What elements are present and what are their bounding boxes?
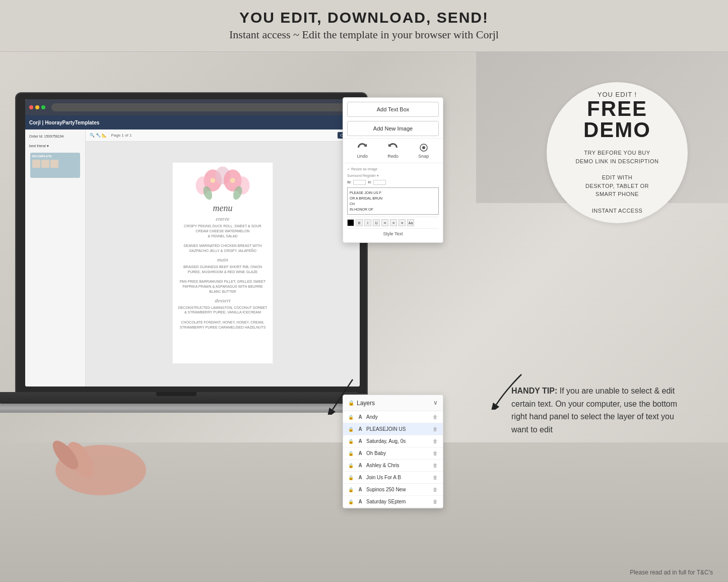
layers-lock-icon: 🔒: [348, 400, 354, 406]
font-size-button[interactable]: Aa: [407, 219, 414, 226]
layer-delete-icon-8[interactable]: 🗑: [433, 499, 438, 504]
demo-link: DEMO LINK IN DESCRIPTION: [576, 157, 659, 166]
layer-name-supinos: Supinos 250 New: [366, 487, 430, 492]
menu-dessert-label: dessert: [173, 297, 273, 303]
align-right-button[interactable]: ≡: [399, 219, 406, 226]
browser-chrome: [25, 99, 360, 115]
panel-formatting: B I U ≡ ≡ ≡ Aa: [347, 217, 439, 228]
snap-icon: [418, 143, 430, 153]
layer-type-a-8: A: [357, 499, 364, 504]
layers-panel: 🔒 Layers ∨ 🔒 A Andy 🗑 🔒 A PLEASEJOIN US …: [343, 395, 443, 508]
layer-lock-icon-3: 🔒: [348, 439, 354, 444]
layers-title-text: Layers: [357, 400, 375, 407]
text-preview-line2: OR A BRIDAL BRUN: [350, 196, 436, 201]
layer-delete-icon-4[interactable]: 🗑: [433, 450, 438, 456]
italic-button[interactable]: I: [364, 219, 371, 226]
layer-lock-icon-2: 🔒: [348, 427, 354, 432]
panel-content-area: ✓ Resize as Image Surround Register ▾ W:…: [343, 163, 443, 242]
layers-header: 🔒 Layers ∨: [343, 395, 443, 411]
layer-type-a-2: A: [357, 426, 364, 432]
layer-item-join-us[interactable]: 🔒 A Join Us For A B 🗑: [343, 472, 443, 484]
align-left-button[interactable]: ≡: [381, 219, 388, 226]
laptop: Corjl | HoorayPartyTemplates Order Id: 1…: [0, 67, 393, 546]
demo-free-text: FREE: [587, 98, 647, 119]
menu-title-area: menu entrée CRISPY PEKING DUCK ROLL, SWE…: [173, 203, 273, 330]
svg-point-8: [230, 178, 235, 183]
snap-tool[interactable]: Snap: [418, 143, 430, 159]
banner-sub-title: Instant access ~ Edit the template in yo…: [10, 28, 718, 41]
style-text-button[interactable]: Style Text: [347, 228, 439, 239]
align-center-button[interactable]: ≡: [390, 219, 397, 226]
undo-tool[interactable]: Undo: [356, 143, 368, 159]
browser-minimize-dot: [35, 105, 39, 109]
editor-canvas: 🔍 🔧 📐 Page 1 of 1 Orders: [86, 130, 360, 386]
laptop-body: Corjl | HoorayPartyTemplates Order Id: 1…: [15, 92, 368, 395]
layer-item-supinos[interactable]: 🔒 A Supinos 250 New 🗑: [343, 484, 443, 496]
surround-register-label: Surround Register ▾: [347, 173, 439, 178]
demo-edit-with: EDIT WITH: [602, 173, 633, 182]
size-inputs: W: H:: [347, 179, 439, 185]
layer-type-a: A: [357, 414, 364, 420]
layer-name-oh-baby: Oh Baby: [366, 450, 430, 456]
redo-tool[interactable]: Redo: [387, 143, 399, 159]
browser-url-bar[interactable]: [51, 103, 352, 111]
layer-name-saturday: Saturday, Aug, 0s: [366, 438, 430, 444]
top-banner: YOU EDIT, DOWNLOAD, SEND! Instant access…: [0, 0, 728, 52]
layers-chevron-icon[interactable]: ∨: [433, 399, 438, 407]
text-preview-line3: CH: [350, 201, 436, 207]
layer-item-saturday[interactable]: 🔒 A Saturday, Aug, 0s 🗑: [343, 435, 443, 447]
demo-try-before: TRY BEFORE YOU BUY: [584, 149, 650, 157]
preview-thumbnail: INCOMPLETE: [30, 153, 81, 178]
layer-item-oh-baby[interactable]: 🔒 A Oh Baby 🗑: [343, 447, 443, 460]
layer-lock-icon-4: 🔒: [348, 451, 354, 456]
layer-delete-icon[interactable]: 🗑: [433, 414, 438, 420]
menu-card: menu entrée CRISPY PEKING DUCK ROLL, SWE…: [172, 162, 273, 364]
layer-type-a-3: A: [357, 438, 364, 444]
menu-title-text: menu: [173, 203, 273, 214]
add-new-image-button[interactable]: Add New Image: [347, 121, 439, 136]
bold-button[interactable]: B: [356, 219, 363, 226]
undo-icon: [356, 143, 368, 153]
menu-dessert-items: DECONSTRUCTED LAMINGTON, COCONUT SORBET …: [173, 305, 273, 330]
corjl-panel: Add Text Box Add New Image Undo Redo Sna…: [343, 97, 443, 243]
order-id: Order Id: 1509758194: [27, 134, 83, 139]
layer-name-join-us: Join Us For A B: [366, 475, 430, 480]
redo-label: Redo: [387, 154, 399, 159]
redo-icon: [387, 143, 399, 153]
resize-as-image-label: ✓ Resize as Image: [347, 166, 439, 172]
layer-delete-icon-5[interactable]: 🗑: [433, 463, 438, 468]
disclaimer: Please read ad in full for T&C's: [630, 569, 713, 576]
handy-tip: HANDY TIP: If you are unable to select &…: [511, 384, 688, 436]
add-text-box-button[interactable]: Add Text Box: [347, 102, 439, 117]
layer-lock-icon-8: 🔒: [348, 499, 354, 504]
color-swatch[interactable]: [347, 219, 354, 226]
menu-entree-items: CRISPY PEKING DUCK ROLL, SWEET & SOUR CR…: [173, 224, 273, 253]
laptop-hinge: [156, 392, 196, 396]
layer-delete-icon-7[interactable]: 🗑: [433, 487, 438, 492]
layer-item-andy[interactable]: 🔒 A Andy 🗑: [343, 411, 443, 423]
layer-delete-icon-3[interactable]: 🗑: [433, 438, 438, 444]
banner-main-title: YOU EDIT, DOWNLOAD, SEND!: [10, 9, 718, 26]
panel-tools: Undo Redo Snap: [343, 138, 443, 163]
underline-button[interactable]: U: [373, 219, 380, 226]
layer-lock-icon-7: 🔒: [348, 487, 354, 492]
text-preview-line4: IN HONOR OF: [350, 207, 436, 212]
layer-type-a-4: A: [357, 450, 364, 456]
layer-item-saturday2[interactable]: 🔒 A Saturday SEptem 🗑: [343, 496, 443, 508]
layer-delete-icon-2[interactable]: 🗑: [433, 426, 438, 432]
layer-name-saturday2: Saturday SEptem: [366, 499, 430, 504]
layer-item-pleasejoin[interactable]: 🔒 A PLEASEJOIN US 🗑: [343, 423, 443, 435]
snap-label: Snap: [418, 154, 429, 159]
canvas-toolbar: 🔍 🔧 📐 Page 1 of 1 Orders: [86, 130, 360, 142]
main-area: Corjl | HoorayPartyTemplates Order Id: 1…: [0, 52, 728, 582]
layers-title: 🔒 Layers: [348, 400, 375, 407]
demo-devices: DESKTOP, TABLET OR: [585, 182, 649, 190]
flower-decoration: [173, 163, 273, 208]
layer-delete-icon-6[interactable]: 🗑: [433, 475, 438, 480]
svg-point-13: [422, 146, 425, 149]
demo-instant-access: INSTANT ACCESS: [592, 207, 643, 215]
laptop-screen: Corjl | HoorayPartyTemplates Order Id: 1…: [25, 99, 360, 386]
panel-text-preview: PLEASE JOIN US F OR A BRIDAL BRUN CH IN …: [347, 187, 439, 215]
layer-item-ashley-chris[interactable]: 🔒 A Ashley & Chris 🗑: [343, 460, 443, 472]
menu-entree-label: entrée: [173, 216, 273, 222]
